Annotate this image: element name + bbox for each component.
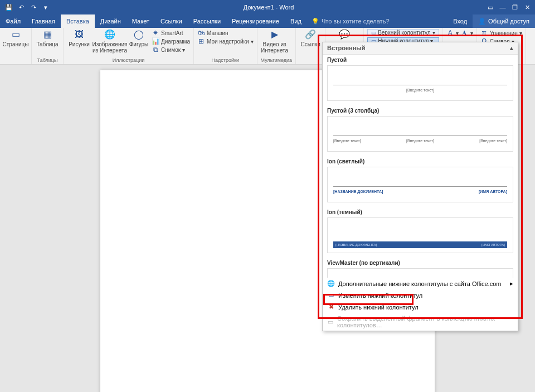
gallery-item-viewmaster[interactable]: 1: [327, 268, 513, 278]
tell-me-placeholder: Что вы хотите сделать?: [322, 18, 390, 25]
tab-references[interactable]: Ссылки: [155, 14, 188, 28]
gallery-item-ion-light[interactable]: [НАЗВАНИЕ ДОКУМЕНТА] [ИМЯ АВТОРА]: [327, 167, 513, 202]
delete-icon: ✖: [327, 303, 335, 311]
save-selection-icon: ▭: [327, 318, 334, 326]
section-blank-3col: Пустой (3 столбца): [323, 105, 518, 115]
tab-design[interactable]: Дизайн: [95, 14, 127, 28]
pictures-label: Рисунки: [69, 41, 90, 47]
section-ion-dark: Ion (темный): [323, 207, 518, 216]
group-addins-label: Надстройки: [197, 57, 254, 63]
online-video-button[interactable]: ▶ Видео из Интернета: [261, 29, 289, 54]
shapes-button[interactable]: ◯ Фигуры: [128, 29, 149, 47]
remove-footer-item[interactable]: ✖ Удалить нижний колонтитул: [323, 301, 518, 313]
addins-icon: ⊞: [197, 37, 205, 45]
links-button[interactable]: 🔗 Ссылки: [299, 29, 322, 47]
smartart-icon: ✷: [152, 29, 159, 37]
gallery-scroll[interactable]: Пустой [Введите текст] Пустой (3 столбца…: [323, 55, 518, 278]
chevron-down-icon: ▾: [456, 30, 459, 36]
document-title: Документ1 - Word: [55, 4, 483, 11]
chart-icon: 📊: [152, 37, 159, 45]
links-label: Ссылки: [301, 41, 320, 47]
builtin-label: Встроенный: [327, 45, 365, 52]
tab-insert[interactable]: Вставка: [61, 14, 95, 28]
store-button[interactable]: 🛍Магазин: [197, 29, 254, 37]
undo-icon[interactable]: ↶: [17, 4, 26, 11]
more-from-office-item[interactable]: 🌐 Дополнительные нижние колонтитулы с са…: [323, 278, 518, 289]
screenshot-icon: ⧉: [152, 46, 159, 54]
wordart-button[interactable]: 𝐀▾: [461, 29, 473, 37]
ribbon-tabs: Файл Главная Вставка Дизайн Макет Ссылки…: [0, 14, 535, 28]
save-selection-item: ▭ Сохранить выделенный фрагмент в коллек…: [323, 313, 518, 331]
sign-in-button[interactable]: Вход: [448, 14, 473, 28]
section-viewmaster: ViewMaster (по вертикали): [323, 258, 518, 267]
textbox-icon: A: [446, 29, 454, 37]
tab-mailings[interactable]: Рассылки: [188, 14, 226, 28]
redo-icon[interactable]: ↷: [29, 4, 38, 11]
smartart-button[interactable]: ✷SmartArt: [152, 29, 190, 37]
table-button[interactable]: ▦ Таблица: [35, 29, 60, 47]
online-pictures-button[interactable]: 🌐 Изображения из Интернета: [94, 29, 126, 54]
screenshot-button[interactable]: ⧉Снимок▾: [152, 46, 190, 54]
video-icon: ▶: [269, 29, 280, 40]
wordart-icon: 𝐀: [461, 29, 469, 37]
table-label: Таблица: [36, 41, 58, 47]
tab-home[interactable]: Главная: [26, 14, 61, 28]
restore-icon[interactable]: ❐: [510, 4, 519, 11]
chevron-right-icon: ▸: [510, 280, 513, 287]
share-icon: 👤: [478, 18, 486, 25]
close-icon[interactable]: ✕: [523, 4, 532, 11]
chevron-down-icon: ▾: [519, 30, 522, 36]
pages-label: Страницы: [3, 41, 29, 47]
my-addins-button[interactable]: ⊞Мои надстройки ▾: [197, 37, 254, 45]
shapes-icon: ◯: [133, 29, 144, 40]
gallery-item-blank-3col[interactable]: [Введите текст] [Введите текст] [Введите…: [327, 116, 513, 152]
qat-dropdown-icon[interactable]: ▾: [41, 4, 50, 11]
table-icon: ▦: [42, 29, 53, 40]
pictures-icon: 🖼: [74, 29, 85, 40]
ribbon-options-icon[interactable]: ▭: [486, 4, 495, 11]
header-button[interactable]: ▭Верхний колонтитул▾: [367, 29, 439, 36]
online-video-label: Видео из Интернета: [261, 41, 289, 54]
page-icon: ▭: [10, 29, 21, 40]
footer-gallery-dropdown: Встроенный ▴ Пустой [Введите текст] Пуст…: [322, 42, 518, 331]
header-icon: ▭: [371, 30, 376, 36]
online-pictures-label: Изображения из Интернета: [93, 41, 128, 54]
edit-icon: ▭: [327, 292, 335, 299]
chevron-down-icon: ▾: [432, 30, 435, 36]
tab-layout[interactable]: Макет: [127, 14, 155, 28]
online-pictures-icon: 🌐: [104, 29, 115, 40]
titlebar: 💾 ↶ ↷ ▾ Документ1 - Word ▭ — ❐ ✕: [0, 0, 535, 14]
dropdown-header: Встроенный ▴: [323, 42, 518, 55]
pages-button[interactable]: ▭ Страницы: [3, 29, 28, 47]
gallery-item-blank[interactable]: [Введите текст]: [327, 65, 513, 101]
shapes-label: Фигуры: [129, 41, 148, 47]
section-ion-light: Ion (светлый): [323, 156, 518, 166]
share-label: Общий доступ: [488, 18, 529, 25]
equation-icon: π: [480, 29, 488, 37]
save-icon[interactable]: 💾: [4, 4, 13, 11]
store-icon: 🛍: [197, 29, 205, 37]
comment-icon: 💬: [339, 29, 350, 40]
tab-view[interactable]: Вид: [285, 14, 307, 28]
tab-review[interactable]: Рецензирование: [226, 14, 285, 28]
minimize-icon[interactable]: —: [498, 4, 507, 11]
edit-footer-item[interactable]: ▭ Изменить нижний колонтитул: [323, 289, 518, 301]
group-media-label: Мультимедиа: [261, 57, 293, 63]
office-icon: 🌐: [327, 280, 335, 287]
equation-button[interactable]: πУравнение ▾: [480, 29, 522, 37]
gallery-item-ion-dark[interactable]: [НАЗВАНИЕ ДОКУМЕНТА] [ИМЯ АВТОРА]: [327, 217, 513, 253]
bulb-icon: 💡: [312, 18, 319, 25]
chart-button[interactable]: 📊Диаграмма: [152, 37, 190, 45]
link-icon: 🔗: [305, 29, 316, 40]
share-button[interactable]: 👤 Общий доступ: [473, 14, 535, 28]
pictures-button[interactable]: 🖼 Рисунки: [67, 29, 91, 47]
section-blank: Пустой: [323, 55, 518, 64]
chevron-down-icon: ▾: [182, 47, 185, 53]
tell-me-search[interactable]: 💡 Что вы хотите сделать?: [307, 14, 448, 28]
textbox-button[interactable]: A▾: [446, 29, 459, 37]
group-illustrations-label: Иллюстрации: [67, 57, 190, 63]
tab-file[interactable]: Файл: [0, 14, 26, 28]
group-tables-label: Таблицы: [35, 57, 60, 63]
scroll-up-icon[interactable]: ▴: [510, 45, 513, 52]
chevron-down-icon: ▾: [470, 30, 473, 36]
